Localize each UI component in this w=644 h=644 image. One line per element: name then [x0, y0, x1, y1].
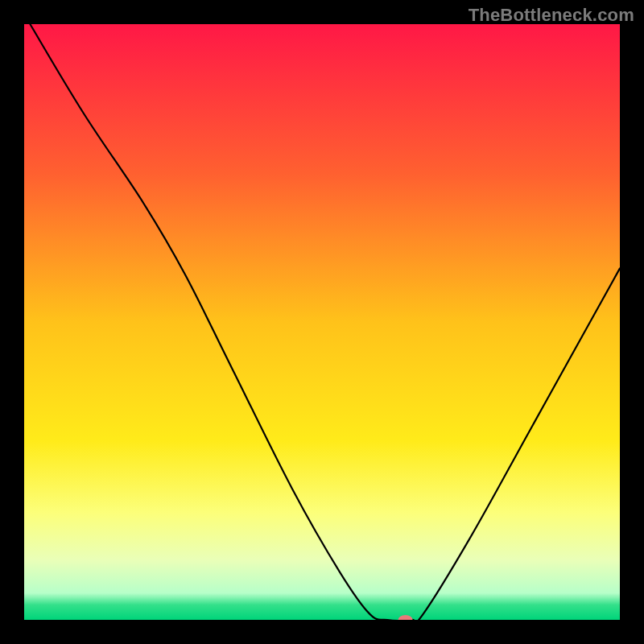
chart-svg [24, 24, 620, 620]
gradient-background [24, 24, 620, 620]
plot-area [24, 24, 620, 620]
chart-frame: TheBottleneck.com [0, 0, 644, 644]
watermark-text: TheBottleneck.com [469, 5, 634, 26]
